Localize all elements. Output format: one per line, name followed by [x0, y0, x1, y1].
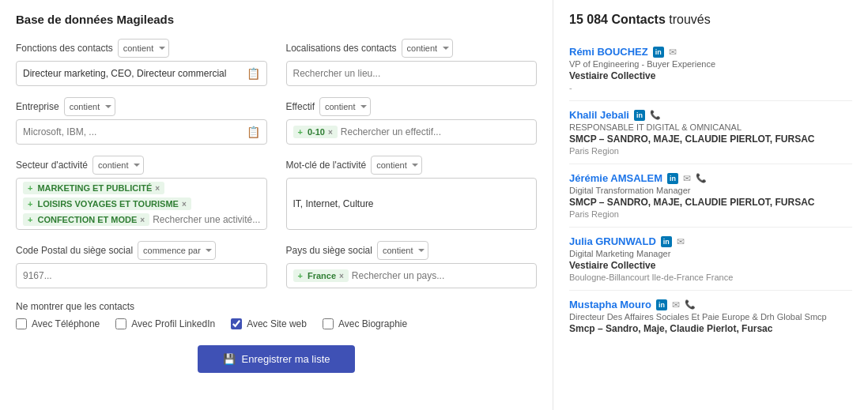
secteur-tag-1-close[interactable]: × [182, 200, 187, 209]
phone-icon[interactable]: 📞 [685, 299, 696, 310]
secteur-operator[interactable]: contient [92, 156, 144, 175]
motcle-operator[interactable]: contient [371, 156, 422, 175]
contact-card: Rémi BOUCHEZin✉VP of Engineering - Buyer… [569, 38, 852, 101]
email-icon[interactable]: ✉ [677, 236, 685, 247]
phone-icon[interactable]: 📞 [696, 173, 707, 183]
contact-filter-label: Ne montrer que les contacts [16, 301, 537, 312]
page-title: Base de données Magileads [16, 13, 537, 26]
results-title: 15 084 Contacts trouvés [569, 13, 852, 27]
contact-card: Khalil Jebaliin📞RESPONSABLE IT DIGITAL &… [569, 101, 852, 164]
secteur-tag-1: + LOISIRS VOYAGES ET TOURISME × [23, 197, 191, 210]
effectif-tag: + 0-10 × [293, 126, 338, 138]
secteur-filter: Secteur d'activité contient + MARKETING … [16, 156, 267, 230]
pays-operator[interactable]: contient [377, 241, 428, 260]
secteur-tag-0-close[interactable]: × [155, 184, 160, 193]
results-count: 15 084 Contacts [569, 13, 666, 26]
motcle-filter: Mot-clé de l'activité contient IT, Inter… [286, 156, 538, 230]
codepostal-label: Code Postal du siège social [16, 245, 133, 256]
checkbox-telephone[interactable]: Avec Téléphone [16, 318, 100, 329]
checkbox-biographie-label: Avec Biographie [338, 318, 407, 329]
contact-location: - [569, 83, 852, 92]
email-icon[interactable]: ✉ [672, 299, 680, 310]
entreprise-operator[interactable]: contient [64, 97, 115, 116]
secteur-tag-2: + CONFECTION ET MODE × [23, 213, 149, 226]
contact-location: Paris Region [569, 146, 852, 156]
localisations-input[interactable] [293, 68, 530, 79]
codepostal-operator[interactable]: commence par [138, 241, 216, 260]
entreprise-input[interactable] [23, 126, 243, 137]
checkbox-siteweb-input[interactable] [231, 318, 242, 329]
email-icon[interactable]: ✉ [683, 173, 691, 184]
effectif-input[interactable] [341, 126, 530, 137]
checkbox-siteweb-label: Avec Site web [247, 318, 307, 329]
contact-company: SMCP – SANDRO, MAJE, CLAUDIE PIERLOT, FU… [569, 197, 852, 208]
contact-company: Smcp – Sandro, Maje, Claudie Pierlot, Fu… [569, 323, 852, 334]
contact-card: Mustapha Mouroin✉📞Directeur Des Affaires… [569, 291, 852, 344]
contact-name[interactable]: Khalil Jebali [569, 109, 629, 121]
effectif-tag-close[interactable]: × [328, 128, 333, 137]
checkbox-siteweb[interactable]: Avec Site web [231, 318, 307, 329]
pays-filter: Pays du siège social contient + France × [286, 241, 538, 288]
fonctions-label: Fonctions des contacts [16, 43, 113, 54]
save-label: Enregistrer ma liste [242, 353, 330, 365]
phone-icon[interactable]: 📞 [650, 110, 661, 120]
contact-job-title: Directeur Des Affaires Sociales Et Paie … [569, 312, 852, 322]
effectif-filter: Effectif contient + 0-10 × [286, 97, 538, 145]
checkbox-telephone-label: Avec Téléphone [32, 318, 100, 329]
entreprise-filter: Entreprise contient 📋 [16, 97, 267, 145]
contact-company: Vestiaire Collective [569, 70, 852, 81]
save-button[interactable]: 💾 Enregistrer ma liste [198, 345, 356, 373]
localisations-label: Localisations des contacts [286, 43, 397, 54]
contact-filter-section: Ne montrer que les contacts Avec Télépho… [16, 301, 537, 329]
checkbox-linkedin-label: Avec Profil LinkedIn [131, 318, 215, 329]
checkbox-telephone-input[interactable] [16, 318, 27, 329]
entreprise-paste-icon[interactable]: 📋 [247, 126, 260, 138]
email-icon[interactable]: ✉ [669, 47, 677, 58]
pays-input[interactable] [352, 270, 530, 281]
linkedin-icon[interactable]: in [653, 47, 664, 58]
pays-tag: + France × [293, 269, 349, 282]
pays-label: Pays du siège social [286, 245, 372, 256]
secteur-tag-2-close[interactable]: × [140, 216, 145, 224]
linkedin-icon[interactable]: in [634, 110, 645, 121]
fonctions-value: Directeur marketing, CEO, Directeur comm… [23, 68, 226, 79]
localisations-filter: Localisations des contacts contient [286, 39, 538, 86]
checkbox-linkedin-input[interactable] [115, 318, 126, 329]
contact-name[interactable]: Jérémie AMSALEM [569, 172, 662, 184]
contact-name[interactable]: Rémi BOUCHEZ [569, 46, 648, 58]
secteur-tag-0: + MARKETING ET PUBLICITÉ × [23, 182, 164, 194]
contact-job-title: Digital Transformation Manager [569, 186, 852, 195]
contact-card: Julia GRUNWALDin✉Digital Marketing Manag… [569, 228, 852, 291]
secteur-input[interactable] [153, 214, 259, 225]
results-panel: 15 084 Contacts trouvés Rémi BOUCHEZin✉V… [553, 0, 868, 410]
contact-job-title: VP of Engineering - Buyer Experience [569, 59, 852, 69]
contacts-list: Rémi BOUCHEZin✉VP of Engineering - Buyer… [569, 38, 852, 344]
contact-location: Paris Region [569, 209, 852, 219]
entreprise-label: Entreprise [16, 101, 59, 112]
effectif-operator[interactable]: contient [319, 97, 371, 116]
contact-name[interactable]: Mustapha Mouro [569, 299, 651, 310]
linkedin-icon[interactable]: in [667, 173, 678, 184]
contact-company: Vestiaire Collective [569, 260, 852, 271]
pays-tag-close[interactable]: × [339, 272, 344, 280]
contact-name[interactable]: Julia GRUNWALD [569, 235, 656, 247]
contact-location: Boulogne-Billancourt Ile-de-France Franc… [569, 273, 852, 282]
codepostal-input[interactable] [23, 270, 260, 281]
localisations-operator[interactable]: contient [402, 39, 453, 58]
linkedin-icon[interactable]: in [656, 299, 667, 310]
checkbox-linkedin[interactable]: Avec Profil LinkedIn [115, 318, 215, 329]
contact-company: SMCP – SANDRO, MAJE, CLAUDIE PIERLOT, FU… [569, 134, 852, 145]
motcle-label: Mot-clé de l'activité [286, 160, 367, 171]
motcle-value: IT, Internet, Culture [293, 198, 374, 209]
linkedin-icon[interactable]: in [661, 236, 672, 247]
fonctions-filter: Fonctions des contacts contient Directeu… [16, 39, 267, 86]
checkbox-biographie-input[interactable] [323, 318, 334, 329]
contact-card: Jérémie AMSALEMin✉📞Digital Transformatio… [569, 164, 852, 228]
contact-job-title: Digital Marketing Manager [569, 249, 852, 258]
fonctions-paste-icon[interactable]: 📋 [247, 67, 260, 80]
fonctions-operator[interactable]: contient [118, 39, 169, 58]
checkbox-biographie[interactable]: Avec Biographie [323, 318, 407, 329]
codepostal-filter: Code Postal du siège social commence par [16, 241, 267, 288]
secteur-label: Secteur d'activité [16, 160, 88, 171]
contact-job-title: RESPONSABLE IT DIGITAL & OMNICANAL [569, 122, 852, 132]
